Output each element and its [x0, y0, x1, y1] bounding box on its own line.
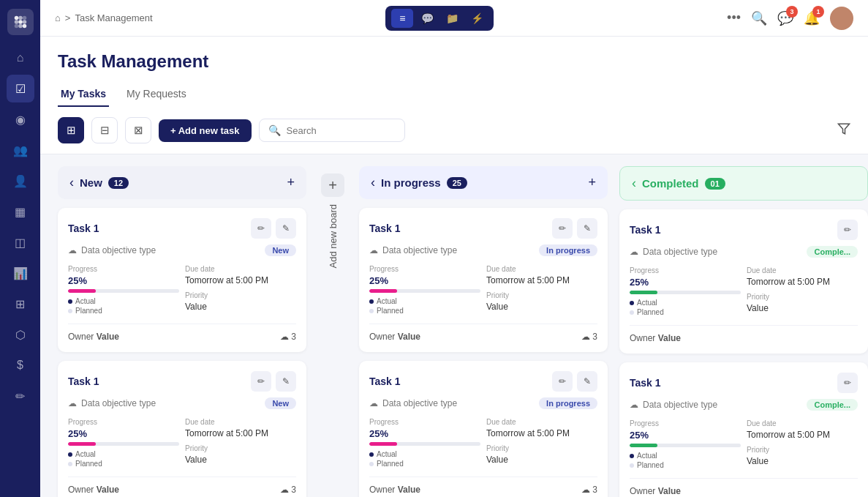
due-date-label: Due date: [185, 265, 296, 273]
more-options-button[interactable]: •••: [727, 10, 741, 26]
sidebar-item-grid[interactable]: ⊞: [7, 290, 34, 318]
due-date-label: Due date: [486, 418, 597, 426]
column-new-add-button[interactable]: +: [287, 175, 295, 190]
card-type-label: Data objective type: [643, 247, 717, 257]
card-pencil-button[interactable]: ✎: [577, 371, 597, 392]
column-inprogress: ‹ In progress 25 + Task 1 ✏ ✎: [359, 166, 608, 485]
sidebar-item-dollar[interactable]: $: [7, 351, 34, 379]
tab-my-tasks[interactable]: My Tasks: [58, 82, 109, 107]
sidebar-item-cube[interactable]: ⬡: [7, 321, 34, 348]
card-type-icon: ☁: [68, 245, 77, 255]
planned-label: Planned: [377, 307, 404, 315]
column-inprogress-add-button[interactable]: +: [588, 175, 596, 190]
card-type-label: Data objective type: [81, 245, 156, 255]
card-edit-icon-button[interactable]: ✏: [251, 371, 271, 392]
page-title: Task Management: [58, 51, 850, 72]
progress-label: Progress: [630, 419, 741, 427]
app-logo[interactable]: [7, 9, 34, 35]
card-type-icon: ☁: [630, 400, 638, 410]
column-completed-title: Completed: [642, 177, 699, 190]
due-date-label: Due date: [747, 266, 858, 274]
due-date-value: Tomorrow at 5:00 PM: [747, 277, 858, 287]
column-new-header: ‹ New 12 +: [58, 166, 306, 199]
progress-pct: 25%: [630, 430, 741, 441]
actual-dot: [369, 299, 374, 304]
card-pencil-button[interactable]: ✎: [577, 218, 597, 239]
column-new-prev-button[interactable]: ‹: [69, 175, 74, 190]
topbar: ⌂ > Task Management ≡ 💬 📁 ⚡ ••• 🔍 💬 3 🔔 …: [40, 0, 868, 37]
card-title: Task 1: [68, 223, 99, 234]
breadcrumb-current: Task Management: [75, 12, 152, 23]
card-edit-icon-button[interactable]: ✏: [251, 218, 271, 239]
sidebar: ⌂ ☑ ◉ 👥 👤 ▦ ◫ 📊 ⊞ ⬡ $ ✏: [0, 0, 40, 497]
search-button[interactable]: 🔍: [751, 10, 767, 26]
planned-dot: [369, 309, 374, 313]
tab-my-requests[interactable]: My Requests: [124, 82, 189, 107]
card-type-label: Data objective type: [382, 245, 457, 255]
progress-bar: [369, 289, 397, 293]
sidebar-item-bar-chart[interactable]: 📊: [7, 259, 34, 287]
sidebar-item-canvas[interactable]: ▦: [7, 198, 34, 225]
svg-point-2: [22, 16, 26, 20]
priority-label: Priority: [486, 291, 597, 299]
card-type-icon: ☁: [630, 247, 638, 257]
view-grid-button[interactable]: ⊞: [58, 117, 84, 143]
notifications-badge: 1: [812, 6, 824, 18]
topbar-bolt-icon[interactable]: ⚡: [466, 9, 488, 28]
topbar-chat-icon[interactable]: 💬: [416, 9, 438, 28]
task-card-ip-2: Task 1 ✏ ✎ ☁ Data objective type In prog…: [359, 361, 608, 497]
topbar-folder-icon[interactable]: 📁: [441, 9, 463, 28]
actual-dot: [630, 454, 634, 458]
sidebar-item-tasks[interactable]: ☑: [7, 75, 34, 102]
notifications-button[interactable]: 🔔 1: [804, 10, 820, 26]
actual-label: Actual: [75, 450, 96, 458]
card-pencil-button[interactable]: ✎: [276, 371, 296, 392]
breadcrumb-sep: >: [65, 12, 71, 23]
topbar-table-icon[interactable]: ≡: [391, 9, 413, 28]
topbar-view-icons: ≡ 💬 📁 ⚡: [385, 6, 494, 31]
page-header: Task Management My Tasks My Requests: [40, 37, 868, 107]
card-edit-icon-button[interactable]: ✏: [837, 373, 858, 393]
card-edit-icon-button[interactable]: ✏: [552, 371, 573, 392]
sidebar-item-person[interactable]: 👤: [7, 167, 34, 195]
planned-dot: [369, 462, 374, 466]
card-edit-icon-button[interactable]: ✏: [837, 220, 858, 240]
progress-label: Progress: [68, 265, 179, 273]
sidebar-item-package[interactable]: ◫: [7, 228, 34, 256]
filter-button[interactable]: [837, 122, 850, 139]
add-board-button[interactable]: +: [321, 173, 344, 197]
column-new-title: New: [80, 176, 102, 189]
search-box: 🔍: [259, 119, 405, 142]
svg-marker-9: [839, 124, 850, 134]
add-board-label[interactable]: Add new board: [328, 204, 339, 268]
column-inprogress-prev-button[interactable]: ‹: [371, 175, 375, 190]
add-task-button[interactable]: + Add new task: [159, 119, 252, 142]
priority-value: Value: [185, 302, 296, 312]
owner-text: Owner Value: [68, 332, 119, 342]
card-title: Task 1: [68, 375, 99, 387]
sidebar-item-home[interactable]: ⌂: [7, 44, 34, 72]
card-pencil-button[interactable]: ✎: [276, 218, 296, 239]
user-avatar[interactable]: [830, 7, 853, 30]
sidebar-item-chart[interactable]: ◉: [7, 105, 34, 133]
sidebar-item-people[interactable]: 👥: [7, 136, 34, 164]
svg-point-3: [14, 20, 18, 24]
priority-label: Priority: [747, 293, 858, 301]
topbar-center: ≡ 💬 📁 ⚡: [153, 6, 727, 31]
breadcrumb-home-icon[interactable]: ⌂: [55, 12, 61, 23]
actual-dot: [369, 452, 374, 457]
view-list-button[interactable]: ⊠: [125, 117, 151, 143]
planned-label: Planned: [75, 460, 102, 468]
messages-button[interactable]: 💬 3: [777, 10, 793, 26]
planned-dot: [68, 309, 72, 313]
planned-dot: [68, 462, 72, 466]
progress-bar: [630, 291, 657, 294]
card-edit-icon-button[interactable]: ✏: [552, 218, 573, 239]
cloud-count: ☁ 3: [280, 332, 296, 342]
search-input[interactable]: [287, 125, 396, 136]
progress-pct: 25%: [369, 428, 480, 439]
card-title: Task 1: [630, 377, 661, 389]
sidebar-item-edit[interactable]: ✏: [7, 382, 34, 410]
column-completed-prev-button[interactable]: ‹: [632, 176, 636, 191]
view-table-button[interactable]: ⊟: [91, 117, 118, 143]
